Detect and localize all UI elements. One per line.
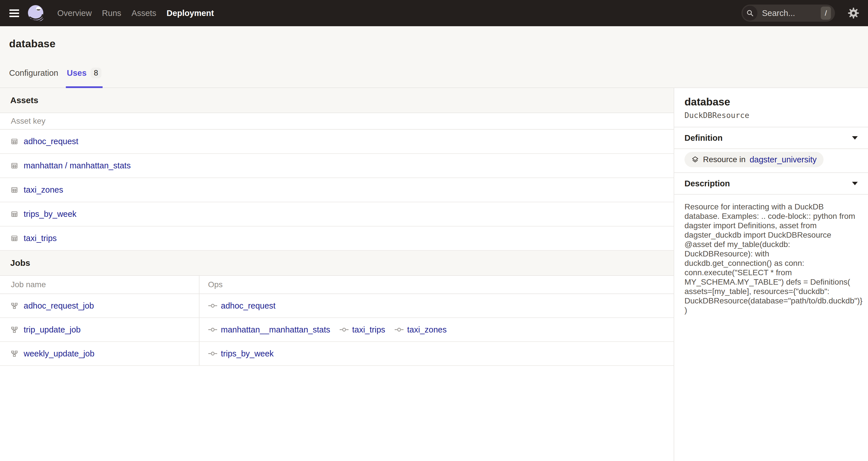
- code-location-badge: Resource in dagster_university: [684, 152, 824, 167]
- job-link[interactable]: weekly_update_job: [24, 349, 94, 359]
- resource-name: database: [684, 96, 858, 108]
- main-nav: OverviewRunsAssetsDeployment: [57, 7, 214, 20]
- op-icon: [208, 350, 217, 357]
- asset-row: taxi_zones: [0, 178, 674, 202]
- asset-row: manhattan / manhattan_stats: [0, 154, 674, 178]
- op-icon: [208, 302, 217, 309]
- job-row-ops-cell: adhoc_request: [199, 294, 674, 318]
- op-icon: [339, 326, 349, 333]
- tab-label: Configuration: [9, 68, 58, 78]
- tab-count-badge: 8: [91, 67, 101, 79]
- table-icon: [11, 162, 18, 169]
- dagster-logo[interactable]: [27, 4, 45, 22]
- search-input[interactable]: [762, 8, 813, 18]
- op-icon: [208, 326, 217, 333]
- nav-item-assets[interactable]: Assets: [132, 7, 156, 20]
- op-item: trips_by_week: [208, 349, 274, 359]
- op-item: taxi_zones: [394, 325, 447, 335]
- job-row-name-cell: weekly_update_job: [0, 342, 199, 366]
- page-title: database: [9, 26, 859, 50]
- page-header: database ConfigurationUses8: [0, 26, 868, 88]
- tab-label: Uses: [67, 68, 87, 78]
- nav-item-overview[interactable]: Overview: [57, 7, 92, 20]
- table-icon: [11, 235, 18, 242]
- definition-section-title: Definition: [684, 133, 723, 143]
- asset-key-column-header: Asset key: [0, 113, 674, 130]
- description-section-title: Description: [684, 179, 730, 188]
- gear-icon[interactable]: [847, 6, 860, 20]
- job-link[interactable]: adhoc_request_job: [24, 301, 94, 311]
- table-icon: [11, 211, 18, 218]
- op-link[interactable]: taxi_zones: [407, 325, 447, 335]
- hamburger-icon[interactable]: [9, 9, 19, 17]
- uses-list: Assets Asset key adhoc_requestmanhattan …: [0, 88, 674, 461]
- assets-section-header: Assets: [0, 88, 674, 113]
- asset-link[interactable]: trips_by_week: [24, 209, 76, 219]
- jobs-section-header: Jobs: [0, 251, 674, 276]
- op-item: taxi_trips: [339, 325, 385, 335]
- top-nav: OverviewRunsAssetsDeployment /: [0, 0, 868, 26]
- resource-layers-icon: [691, 156, 699, 163]
- op-link[interactable]: manhattan__manhattan_stats: [221, 325, 330, 335]
- resource-description: Resource for interacting with a DuckDB d…: [674, 194, 868, 322]
- nav-item-deployment[interactable]: Deployment: [167, 7, 214, 20]
- job-row-ops-cell: trips_by_week: [199, 342, 674, 366]
- op-link[interactable]: trips_by_week: [221, 349, 274, 359]
- asset-row: adhoc_request: [0, 130, 674, 154]
- resource-type: DuckDBResource: [684, 111, 858, 120]
- asset-link[interactable]: taxi_zones: [24, 185, 63, 194]
- op-item: adhoc_request: [208, 301, 276, 311]
- job-row-ops-cell: manhattan__manhattan_statstaxi_tripstaxi…: [199, 318, 674, 342]
- description-section-toggle[interactable]: Description: [674, 173, 868, 194]
- job-name-column-header: Job name: [0, 276, 199, 294]
- badge-prefix-text: Resource in: [703, 155, 745, 164]
- search-box[interactable]: /: [742, 5, 835, 22]
- chevron-down-icon: [852, 136, 858, 140]
- definition-section-toggle[interactable]: Definition: [674, 127, 868, 149]
- job-icon: [11, 302, 18, 309]
- jobs-table: Job name Ops adhoc_request_jobadhoc_requ…: [0, 276, 674, 366]
- table-icon: [11, 186, 18, 193]
- job-icon: [11, 350, 18, 357]
- asset-link[interactable]: adhoc_request: [24, 137, 79, 146]
- asset-link[interactable]: manhattan / manhattan_stats: [24, 161, 131, 171]
- job-row-name-cell: adhoc_request_job: [0, 294, 199, 318]
- asset-row: taxi_trips: [0, 226, 674, 251]
- op-icon: [394, 326, 404, 333]
- resource-side-panel: database DuckDBResource Definition Resou…: [674, 88, 868, 461]
- nav-item-runs[interactable]: Runs: [102, 7, 121, 20]
- op-link[interactable]: adhoc_request: [221, 301, 276, 311]
- table-icon: [11, 138, 18, 145]
- search-icon: [743, 6, 757, 21]
- panel-header: database DuckDBResource: [674, 88, 868, 127]
- asset-link[interactable]: taxi_trips: [24, 234, 57, 243]
- tab-uses[interactable]: Uses8: [67, 67, 101, 88]
- job-link[interactable]: trip_update_job: [24, 325, 81, 335]
- asset-row: trips_by_week: [0, 202, 674, 226]
- job-icon: [11, 326, 18, 333]
- tab-configuration[interactable]: Configuration: [9, 67, 58, 88]
- job-row-name-cell: trip_update_job: [0, 318, 199, 342]
- ops-column-header: Ops: [199, 276, 674, 294]
- tab-bar: ConfigurationUses8: [9, 67, 859, 88]
- definition-section-body: Resource in dagster_university: [674, 149, 868, 173]
- op-link[interactable]: taxi_trips: [352, 325, 385, 335]
- chevron-down-icon: [852, 182, 858, 185]
- search-shortcut-key: /: [821, 6, 831, 20]
- code-location-link[interactable]: dagster_university: [749, 155, 816, 164]
- op-item: manhattan__manhattan_stats: [208, 325, 330, 335]
